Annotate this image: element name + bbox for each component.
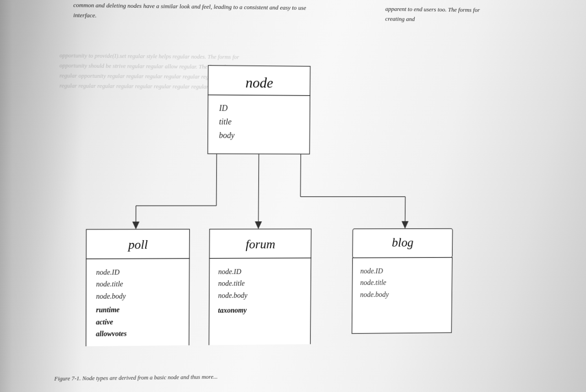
top-text-right: apparent to end users too. The forms for…	[385, 4, 566, 26]
poll-field-nodetitle: node.title	[96, 280, 123, 288]
poll-field-nodeid: node.ID	[96, 268, 120, 276]
poll-field-runtime: runtime	[96, 306, 120, 314]
svg-line-5	[258, 154, 259, 223]
poll-field-allowvotes: allowvotes	[96, 330, 126, 338]
forum-field-taxonomy: taxonomy	[218, 306, 247, 315]
caption-text: Figure 7-1. Node types are derived from …	[54, 373, 218, 382]
svg-line-2	[217, 154, 217, 205]
blog-title: blog	[392, 236, 413, 249]
entity-diagram: node ID title body	[59, 50, 485, 346]
top-text-right-line2: creating and	[385, 14, 566, 26]
arrow-to-blog	[402, 221, 408, 229]
node-field-title: title	[219, 117, 231, 126]
top-text-left-content: common and deleting nodes have a similar…	[73, 1, 306, 19]
svg-line-6	[300, 154, 301, 197]
forum-field-nodeid: node.ID	[218, 268, 242, 275]
node-field-id: ID	[219, 103, 228, 113]
forum-field-nodebody: node.body	[218, 291, 248, 300]
forum-title: forum	[246, 237, 276, 251]
svg-line-8	[405, 197, 406, 222]
poll-field-active: active	[96, 318, 114, 326]
forum-field-nodetitle: node.title	[218, 279, 244, 287]
arrow-to-forum	[255, 221, 262, 229]
blog-field-nodeid: node.ID	[360, 267, 383, 275]
top-text-left: common and deleting nodes have a similar…	[73, 0, 306, 23]
page-content: common and deleting nodes have a similar…	[0, 0, 567, 391]
node-field-body: body	[219, 131, 234, 140]
arrow-to-poll	[132, 221, 140, 229]
poll-title: poll	[127, 237, 148, 252]
blog-field-nodebody: node.body	[360, 290, 389, 299]
blog-field-nodetitle: node.title	[360, 279, 386, 286]
diagram-container: node ID title body	[59, 50, 485, 346]
node-title: node	[245, 75, 273, 91]
figure-caption: Figure 7-1. Node types are derived from …	[54, 373, 218, 382]
poll-field-nodebody: node.body	[96, 292, 126, 301]
